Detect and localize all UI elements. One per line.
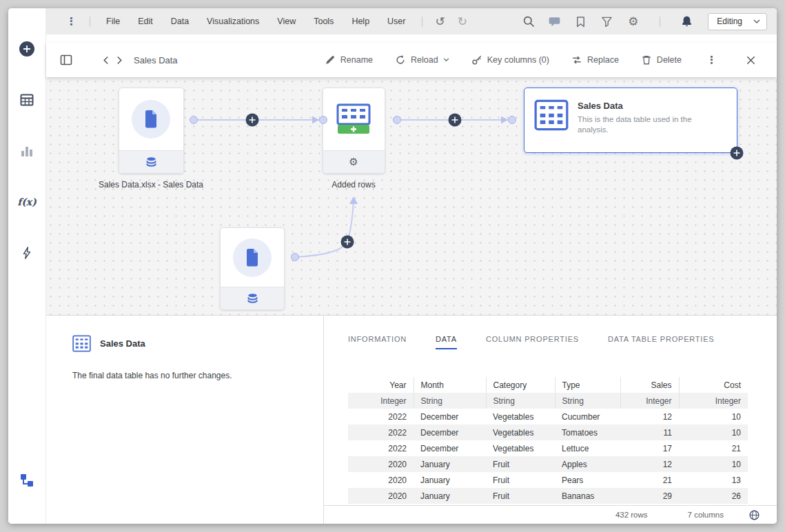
column-header[interactable]: Category	[486, 377, 555, 393]
panel-toggle-icon[interactable]	[59, 52, 74, 68]
data-preview-table-container[interactable]: Year Month Category Type Sales Cost Inte…	[348, 377, 748, 505]
add-operation-button[interactable]	[449, 114, 462, 127]
transform-node: ⚙ Added rows	[271, 88, 436, 190]
column-header[interactable]: Year	[348, 377, 414, 393]
file-badge	[233, 238, 272, 277]
key-columns-button[interactable]: Key columns (0)	[471, 54, 549, 65]
tab-data[interactable]: DATA	[436, 335, 457, 349]
menu-user[interactable]: User	[378, 17, 414, 26]
final-node-title: Sales Data	[578, 101, 705, 111]
bookmark-icon[interactable]	[574, 15, 587, 28]
globe-icon[interactable]	[748, 509, 760, 521]
chevron-right-icon[interactable]	[116, 56, 123, 65]
table-row[interactable]: 2022 December Vegetables Lettuce 17 21	[348, 440, 748, 456]
source-node-label: Sales Data.xlsx - Sales Data	[99, 180, 203, 190]
menu-edit[interactable]: Edit	[129, 17, 162, 26]
database-icon	[145, 156, 158, 168]
menu-visualizations[interactable]: Visualizations	[198, 17, 268, 26]
menu-help[interactable]: Help	[343, 17, 378, 26]
add-operation-button[interactable]	[730, 146, 744, 160]
sidebar-item-visualizations[interactable]	[18, 142, 36, 160]
column-type: String	[414, 393, 486, 409]
more-options-kebab[interactable]: ⋮	[706, 54, 717, 66]
column-header[interactable]: Type	[555, 377, 620, 393]
pencil-icon	[325, 54, 336, 65]
menu-file[interactable]: File	[97, 17, 129, 26]
connector-dot	[509, 116, 516, 124]
menubar-right-group: ⚙ Editing	[522, 13, 767, 30]
gear-icon[interactable]: ⚙	[349, 157, 358, 167]
undo-icon[interactable]: ↺	[429, 14, 451, 28]
source-node-card[interactable]	[119, 88, 184, 174]
summary-message: The final data table has no further chan…	[72, 371, 307, 380]
column-header[interactable]: Sales	[620, 377, 679, 393]
transform-node-card[interactable]: ⚙	[323, 88, 385, 174]
rename-button[interactable]: Rename	[325, 54, 373, 65]
sidebar-item-data-canvas[interactable]	[18, 471, 36, 489]
fx-icon: f(x)	[17, 196, 37, 207]
column-count: 7 columns	[688, 511, 724, 519]
notifications-bell-icon[interactable]	[680, 15, 693, 28]
comments-icon[interactable]	[548, 15, 561, 28]
database-icon	[246, 293, 259, 305]
data-panel-footer: 432 rows 7 columns	[324, 505, 777, 524]
table-icon	[534, 99, 569, 131]
desktop-background: f(x) ⋮ File Edit Data Visualizations Vie…	[0, 0, 785, 532]
sidebar-item-functions[interactable]: f(x)	[18, 193, 36, 211]
left-toolbar: f(x)	[8, 8, 46, 524]
data-table-title: Sales Data	[134, 55, 178, 65]
close-icon[interactable]	[746, 55, 756, 65]
table-type-row: Integer String String String Integer Int…	[348, 393, 748, 409]
delete-button[interactable]: Delete	[641, 54, 682, 65]
file-icon	[244, 248, 261, 267]
column-header[interactable]: Cost	[679, 377, 748, 393]
column-type: Integer	[620, 393, 679, 409]
transform-node-label: Added rows	[332, 180, 375, 190]
table-row[interactable]: 2020 January Fruit Apples 12 10	[348, 456, 748, 472]
source-node-card[interactable]	[220, 227, 285, 310]
arrowhead-icon	[349, 196, 358, 204]
data-preview-panel: INFORMATION DATA COLUMN PROPERTIES DATA …	[324, 316, 777, 524]
reload-button[interactable]: Reload	[395, 54, 449, 65]
chevron-left-icon[interactable]	[103, 56, 109, 65]
main-content: ⋮ File Edit Data Visualizations View Too…	[46, 8, 777, 524]
table-row[interactable]: 2022 December Vegetables Cucumber 12 10	[348, 409, 748, 424]
redo-icon[interactable]: ↻	[451, 14, 473, 28]
menu-data[interactable]: Data	[162, 17, 198, 26]
column-header[interactable]: Month	[414, 377, 486, 393]
table-row[interactable]: 2020 January Fruit Pears 21 13	[348, 472, 748, 488]
table-icon	[19, 92, 34, 108]
table-row[interactable]: 2022 December Vegetables Tomatoes 11 10	[348, 424, 748, 440]
row-count: 432 rows	[615, 511, 648, 519]
final-node-description: This is the data table used in the analy…	[578, 114, 705, 135]
final-node-text: Sales Data This is the data table used i…	[578, 99, 705, 135]
data-canvas[interactable]: Sales Data.xlsx - Sales Data	[46, 77, 777, 316]
summary-title: Sales Data	[100, 338, 145, 349]
history-nav	[103, 56, 123, 65]
table-row[interactable]: 2020 January Fruit Bananas 29 26	[348, 488, 748, 504]
sidebar-item-data-tables[interactable]	[18, 91, 36, 109]
menu-view[interactable]: View	[268, 17, 305, 26]
tab-column-properties[interactable]: COLUMN PROPERTIES	[486, 335, 579, 349]
data-preview-table: Year Month Category Type Sales Cost Inte…	[348, 377, 748, 504]
replace-button[interactable]: Replace	[571, 54, 619, 65]
mode-dropdown[interactable]: Editing	[708, 13, 767, 30]
lightning-icon	[20, 245, 34, 260]
filter-icon[interactable]	[600, 15, 613, 28]
final-table-node[interactable]: Sales Data This is the data table used i…	[524, 88, 737, 153]
column-type: Integer	[679, 393, 748, 409]
menubar: ⋮ File Edit Data Visualizations View Too…	[46, 8, 777, 34]
divider	[422, 17, 422, 27]
add-content-button[interactable]	[18, 40, 36, 58]
search-icon[interactable]	[522, 15, 535, 28]
add-operation-button[interactable]	[341, 236, 354, 249]
menu-tools[interactable]: Tools	[305, 17, 343, 26]
app-menu-kebab[interactable]: ⋮	[60, 15, 83, 28]
canvas-toolbar: Sales Data Rename Reload Key columns (0)	[46, 43, 777, 77]
tab-information[interactable]: INFORMATION	[348, 335, 407, 349]
sidebar-item-actions[interactable]	[18, 244, 36, 262]
add-operation-button[interactable]	[246, 114, 259, 127]
tab-data-table-properties[interactable]: DATA TABLE PROPERTIES	[608, 335, 715, 349]
settings-gear-icon[interactable]: ⚙	[626, 15, 640, 28]
mode-dropdown-label: Editing	[717, 17, 742, 26]
